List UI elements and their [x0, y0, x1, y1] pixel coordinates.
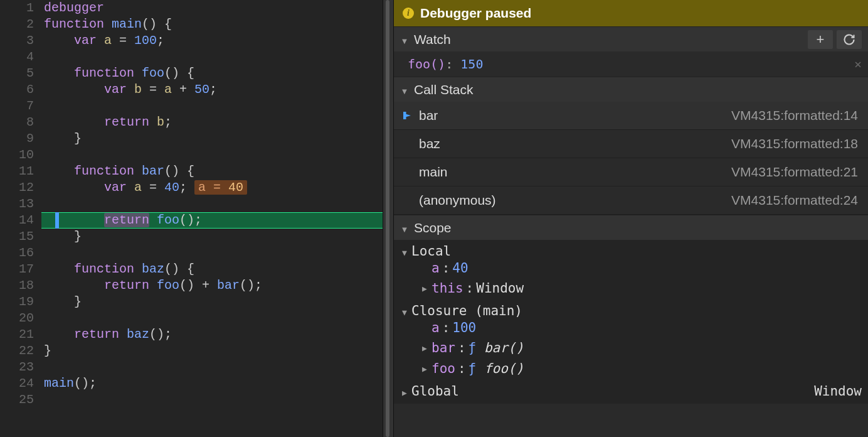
- code-line[interactable]: }: [41, 294, 383, 310]
- remove-watch-button[interactable]: ×: [854, 57, 862, 72]
- current-frame-icon: [401, 110, 413, 121]
- code-line[interactable]: return b;: [41, 114, 383, 131]
- scope-group-title[interactable]: Closure (main): [400, 303, 862, 318]
- chevron-right-icon[interactable]: [420, 278, 429, 298]
- scope-variable[interactable]: foo: ƒ foo(): [420, 358, 862, 379]
- pane-splitter[interactable]: [383, 0, 394, 437]
- line-number: 24: [0, 375, 34, 392]
- scope-group-title[interactable]: Local: [400, 244, 862, 259]
- code-area[interactable]: debuggerfunction main() { var a = 100; f…: [41, 0, 383, 437]
- line-number: 6: [0, 82, 34, 98]
- code-line[interactable]: debugger: [41, 0, 383, 16]
- line-number: 17: [0, 261, 34, 278]
- scope-variable[interactable]: bar: ƒ bar(): [420, 337, 862, 358]
- scope-variable[interactable]: a: 40: [420, 259, 862, 278]
- add-watch-button[interactable]: +: [808, 30, 833, 49]
- code-line[interactable]: [41, 49, 383, 65]
- frame-location: VM4315:formatted:21: [731, 165, 858, 180]
- line-number: 22: [0, 343, 34, 359]
- scope-group-title[interactable]: GlobalWindow: [400, 384, 862, 399]
- code-editor[interactable]: 1234567891011121314151617181920212223242…: [0, 0, 383, 437]
- code-line[interactable]: [41, 98, 383, 114]
- line-number: 16: [0, 245, 34, 261]
- code-line[interactable]: function main() {: [41, 16, 383, 33]
- chevron-down-icon[interactable]: [400, 244, 409, 259]
- call-stack: barVM4315:formatted:14bazVM4315:formatte…: [394, 102, 868, 215]
- line-number: 3: [0, 33, 34, 49]
- scope-variable[interactable]: a: 100: [420, 318, 862, 337]
- code-line[interactable]: var b = a + 50;: [41, 82, 383, 98]
- callstack-title: Call Stack: [414, 82, 474, 97]
- frame-name: main: [419, 165, 448, 180]
- chevron-down-icon[interactable]: [400, 82, 409, 97]
- line-number: 10: [0, 147, 34, 163]
- stack-frame[interactable]: bazVM4315:formatted:18: [394, 130, 868, 158]
- stack-frame[interactable]: (anonymous)VM4315:formatted:24: [394, 186, 868, 215]
- line-number: 21: [0, 326, 34, 343]
- code-line[interactable]: function foo() {: [41, 65, 383, 82]
- line-number: 15: [0, 229, 34, 245]
- code-line[interactable]: return foo() + bar();: [41, 278, 383, 294]
- code-line[interactable]: var a = 40;a = 40: [41, 180, 383, 196]
- scope-title: Scope: [414, 220, 452, 235]
- line-number: 18: [0, 278, 34, 294]
- line-number: 20: [0, 310, 34, 326]
- frame-name: (anonymous): [419, 193, 496, 208]
- chevron-right-icon[interactable]: [420, 337, 429, 358]
- line-number: 14: [0, 212, 34, 229]
- line-number: 5: [0, 65, 34, 82]
- frame-location: VM4315:formatted:14: [731, 108, 858, 123]
- inline-value-tooltip: a = 40: [194, 180, 247, 195]
- line-number: 11: [0, 163, 34, 180]
- code-line[interactable]: var a = 100;: [41, 33, 383, 49]
- frame-location: VM4315:formatted:18: [731, 136, 858, 151]
- line-gutter: 1234567891011121314151617181920212223242…: [0, 0, 41, 437]
- code-line[interactable]: [41, 147, 383, 163]
- chevron-down-icon[interactable]: [400, 303, 409, 318]
- code-line[interactable]: [41, 359, 383, 375]
- code-line[interactable]: [41, 310, 383, 326]
- refresh-icon: [843, 33, 855, 46]
- code-line[interactable]: [41, 392, 383, 408]
- watch-header[interactable]: Watch +: [394, 26, 868, 51]
- scope-group: Closure (main)a: 100bar: ƒ bar()foo: ƒ f…: [394, 299, 868, 380]
- debugger-banner: i Debugger paused: [394, 0, 868, 26]
- code-line[interactable]: }: [41, 229, 383, 245]
- code-line[interactable]: }: [41, 131, 383, 147]
- scrollbar-thumb[interactable]: [386, 220, 389, 270]
- chevron-down-icon[interactable]: [400, 220, 409, 235]
- watch-expression: foo(): [408, 57, 445, 72]
- callstack-header[interactable]: Call Stack: [394, 77, 868, 102]
- frame-name: bar: [419, 108, 438, 123]
- scope-group: GlobalWindow: [394, 380, 868, 400]
- scope-header[interactable]: Scope: [394, 215, 868, 240]
- scope-panel: Locala: 40this: WindowClosure (main)a: 1…: [394, 240, 868, 404]
- code-line[interactable]: [41, 245, 383, 261]
- code-line[interactable]: }: [41, 343, 383, 359]
- line-number: 9: [0, 131, 34, 147]
- chevron-right-icon[interactable]: [420, 358, 429, 379]
- code-line[interactable]: return foo();: [41, 212, 383, 229]
- line-number: 2: [0, 16, 34, 33]
- code-line[interactable]: return baz();: [41, 326, 383, 343]
- chevron-down-icon[interactable]: [400, 32, 409, 47]
- line-number: 8: [0, 114, 34, 131]
- watch-row[interactable]: foo(): 150 ×: [394, 51, 868, 77]
- code-line[interactable]: function bar() {: [41, 163, 383, 180]
- refresh-watch-button[interactable]: [837, 30, 862, 49]
- line-number: 13: [0, 196, 34, 212]
- frame-name: baz: [419, 136, 440, 151]
- scope-variable[interactable]: this: Window: [420, 278, 862, 298]
- stack-frame[interactable]: mainVM4315:formatted:21: [394, 158, 868, 186]
- code-line[interactable]: main();: [41, 375, 383, 392]
- scope-group: Locala: 40this: Window: [394, 240, 868, 299]
- stack-frame[interactable]: barVM4315:formatted:14: [394, 102, 868, 130]
- info-icon: i: [403, 8, 414, 19]
- line-number: 25: [0, 392, 34, 408]
- debugger-sidebar: i Debugger paused Watch + foo(): 150 × C…: [394, 0, 868, 437]
- scope-extra: Window: [814, 384, 862, 399]
- watch-title: Watch: [414, 32, 451, 47]
- chevron-right-icon[interactable]: [400, 384, 409, 399]
- code-line[interactable]: function baz() {: [41, 261, 383, 278]
- code-line[interactable]: [41, 196, 383, 212]
